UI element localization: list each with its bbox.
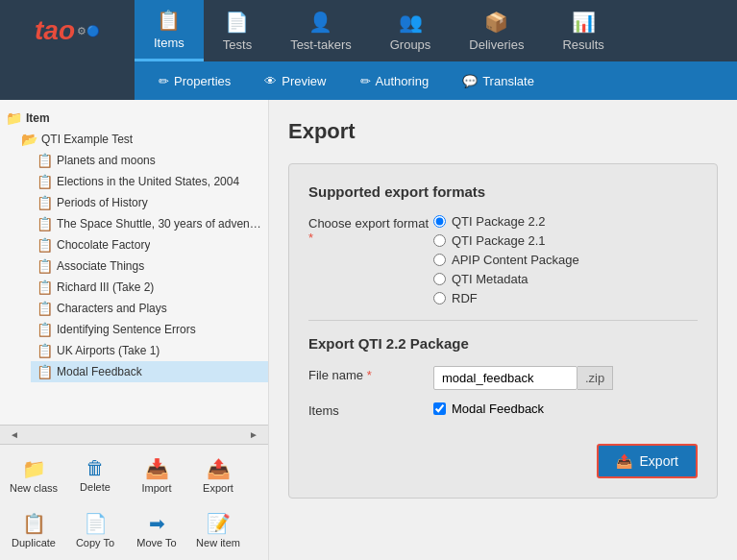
radio-label-qti22: QTI Package 2.2 <box>452 214 546 229</box>
filename-label: File name * <box>308 366 433 382</box>
tree-icon-item3: 📋 <box>37 195 53 210</box>
filename-input[interactable] <box>433 366 577 390</box>
toolbar-btn-export[interactable]: 📤Export <box>188 449 248 501</box>
export-btn-container: 📤 Export <box>308 429 698 478</box>
nav-label-test-takers: Test-takers <box>290 37 352 52</box>
tree-item-item8[interactable]: 📋Characters and Plays <box>31 298 268 319</box>
nav-label-deliveries: Deliveries <box>469 37 524 52</box>
scroll-right-btn[interactable]: ► <box>243 427 264 442</box>
subnav-label-preview: Preview <box>282 74 326 88</box>
nav-item-items[interactable]: 📋Items <box>135 0 204 61</box>
toolbar-btn-new-item[interactable]: 📝New item <box>188 503 248 556</box>
nav-item-tests[interactable]: 📄Tests <box>204 0 271 61</box>
zip-extension: .zip <box>577 366 613 390</box>
tree-item-item7[interactable]: 📋Richard III (Take 2) <box>31 277 268 298</box>
nav-icon-groups: 👥 <box>399 11 423 34</box>
content-panel: Export Supported export formats Choose e… <box>269 100 737 560</box>
tree-item-item2[interactable]: 📋Elections in the United States, 2004 <box>31 171 268 192</box>
toolbar-btn-new-class[interactable]: 📁New class <box>4 449 63 501</box>
package-title: Export QTI 2.2 Package <box>308 335 698 352</box>
nav-label-tests: Tests <box>223 37 252 52</box>
sub-nav-spacer <box>0 61 135 100</box>
tree-item-item11[interactable]: 📋Modal Feedback <box>31 361 268 382</box>
radio-apip[interactable] <box>433 254 446 266</box>
tree-item-item10[interactable]: 📋UK Airports (Take 1) <box>31 340 268 361</box>
tree-item-item5[interactable]: 📋Chocolate Factory <box>31 234 268 256</box>
tree-icon-item8: 📋 <box>37 301 53 316</box>
tree-icon-item1: 📋 <box>37 153 53 168</box>
sub-navigation: ✏Properties👁Preview✏Authoring💬Translate <box>135 61 737 100</box>
subnav-item-translate[interactable]: 💬Translate <box>448 69 549 93</box>
toolbar-icon-new-class: 📁 <box>22 457 46 480</box>
tree-icon-item9: 📋 <box>37 322 53 337</box>
radio-rdf[interactable] <box>433 292 446 304</box>
toolbar-icon-copy-to: 📄 <box>84 512 108 535</box>
toolbar-label-export: Export <box>203 482 233 494</box>
subnav-item-authoring[interactable]: ✏Authoring <box>346 69 444 93</box>
nav-icon-results: 📊 <box>572 11 596 34</box>
toolbar-icon-duplicate: 📋 <box>22 512 46 535</box>
toolbar-label-new-item: New item <box>196 537 240 548</box>
format-row: Choose export format * QTI Package 2.2QT… <box>308 214 698 305</box>
nav-icon-items: 📋 <box>157 9 181 32</box>
items-value: Modal Feedback <box>452 402 544 416</box>
tree-item-qti[interactable]: 📂QTI Example Test <box>15 129 268 150</box>
sidebar-scroll-controls: ◄ ► <box>0 425 268 444</box>
tree-icon-item7: 📋 <box>37 280 53 295</box>
scroll-left-btn[interactable]: ◄ <box>4 427 25 442</box>
tree-item-item4[interactable]: 📋The Space Shuttle, 30 years of adventur… <box>31 213 268 234</box>
subnav-icon-translate: 💬 <box>462 74 478 88</box>
export-btn-label: Export <box>640 453 678 469</box>
tree-item-item9[interactable]: 📋Identifying Sentence Errors <box>31 319 268 340</box>
tree-item-item6[interactable]: 📋Associate Things <box>31 256 268 277</box>
toolbar-btn-duplicate[interactable]: 📋Duplicate <box>4 503 63 556</box>
toolbar-label-delete: Delete <box>80 481 111 493</box>
items-checkbox[interactable] <box>433 402 446 415</box>
logo: tao ⚙🔵 <box>0 0 135 61</box>
toolbar-btn-move-to[interactable]: ➡Move To <box>127 503 186 556</box>
subnav-icon-properties: ✏ <box>159 74 169 88</box>
sidebar: 📁Item📂QTI Example Test📋Planets and moons… <box>0 100 269 560</box>
nav-item-groups[interactable]: 👥Groups <box>371 0 451 61</box>
tree-label-item5: Chocolate Factory <box>57 238 150 252</box>
radio-label-rdf: RDF <box>452 291 478 305</box>
tree-icon-item10: 📋 <box>37 343 53 358</box>
format-label: Choose export format * <box>308 214 433 245</box>
top-navigation: tao ⚙🔵 📋Items📄Tests👤Test-takers👥Groups📦D… <box>0 0 737 61</box>
logo-dots: ⚙🔵 <box>77 25 100 37</box>
tree-item-item1[interactable]: 📋Planets and moons <box>31 150 268 171</box>
tree-label-root: Item <box>26 111 50 125</box>
nav-item-results[interactable]: 📊Results <box>543 0 623 61</box>
toolbar-label-new-class: New class <box>10 482 58 494</box>
nav-item-test-takers[interactable]: 👤Test-takers <box>271 0 371 61</box>
tree-label-item11: Modal Feedback <box>57 365 142 378</box>
toolbar: 📁New class🗑Delete📥Import📤Export📋Duplicat… <box>0 444 268 560</box>
subnav-item-properties[interactable]: ✏Properties <box>144 69 245 93</box>
radio-qtimeta[interactable] <box>433 273 446 285</box>
subnav-item-preview[interactable]: 👁Preview <box>250 69 340 93</box>
radio-qti21[interactable] <box>433 234 446 247</box>
radio-label-qti21: QTI Package 2.1 <box>452 233 546 248</box>
toolbar-btn-copy-to[interactable]: 📄Copy To <box>65 503 125 556</box>
toolbar-label-copy-to: Copy To <box>76 537 114 548</box>
tree-label-item4: The Space Shuttle, 30 years of adventur.… <box>57 217 262 231</box>
tree-icon-item6: 📋 <box>37 258 53 274</box>
radio-label-qtimeta: QTI Metadata <box>452 272 528 286</box>
radio-item-qtimeta: QTI Metadata <box>433 272 579 286</box>
tree-item-item3[interactable]: 📋Periods of History <box>31 192 268 213</box>
radio-qti22[interactable] <box>433 215 446 228</box>
toolbar-icon-new-item: 📝 <box>207 512 231 535</box>
tree-icon-item11: 📋 <box>37 364 53 379</box>
nav-items: 📋Items📄Tests👤Test-takers👥Groups📦Deliveri… <box>135 0 737 61</box>
radio-label-apip: APIP Content Package <box>452 253 579 267</box>
export-btn-icon: 📤 <box>616 453 632 469</box>
export-title: Export <box>288 119 718 144</box>
radio-item-apip: APIP Content Package <box>433 253 579 267</box>
toolbar-btn-import[interactable]: 📥Import <box>127 449 186 501</box>
nav-icon-test-takers: 👤 <box>308 11 332 34</box>
subnav-label-properties: Properties <box>174 74 231 88</box>
tree-item-root[interactable]: 📁Item <box>0 108 268 129</box>
toolbar-btn-delete[interactable]: 🗑Delete <box>65 449 125 501</box>
export-button[interactable]: 📤 Export <box>597 444 698 478</box>
nav-item-deliveries[interactable]: 📦Deliveries <box>450 0 543 61</box>
